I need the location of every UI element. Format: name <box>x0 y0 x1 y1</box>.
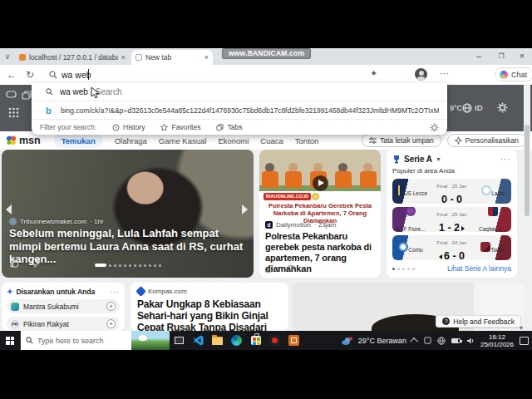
weather-cloud-icon[interactable] <box>341 337 352 345</box>
thumbs-up-icon[interactable] <box>265 265 273 273</box>
thumbs-down-icon[interactable] <box>287 265 294 273</box>
kompas-icon <box>135 286 146 297</box>
article-age: · 23jam <box>314 221 337 229</box>
maximize-button[interactable]: ❐ <box>491 50 511 63</box>
apps-grid-icon[interactable] <box>8 107 19 118</box>
start-button[interactable] <box>0 331 20 350</box>
chat-button[interactable]: Chat <box>495 67 532 81</box>
tray-chevron-up-icon[interactable] <box>410 337 418 346</box>
filter-tabs[interactable]: Tabs <box>216 123 242 131</box>
bandicam-taskbar-item[interactable] <box>284 331 303 350</box>
system-tray: 29°C Berawan 16:12 25/01/2026 <box>341 333 532 348</box>
address-input[interactable]: wa web <box>62 70 91 80</box>
tray-window-icon[interactable] <box>424 337 431 344</box>
search-icon <box>46 88 53 96</box>
refresh-icon[interactable]: ↻ <box>26 69 34 81</box>
tab-search-chevron-icon[interactable]: ∨ <box>2 52 12 62</box>
widget-dots[interactable] <box>392 268 415 270</box>
carousel-prev-icon[interactable] <box>6 204 12 214</box>
match-status: Final · 25 Jan <box>436 212 466 217</box>
header-language[interactable]: ID <box>475 103 483 112</box>
taskbar-weather[interactable]: 29°C Berawan <box>358 337 406 345</box>
tab-localhost[interactable]: localhost / 127.0.0.1 / databasew... × <box>15 50 130 65</box>
more-menu-icon[interactable]: ⋯ <box>440 68 449 79</box>
close-button[interactable]: × <box>512 50 532 63</box>
more-menu-icon[interactable]: ··· <box>500 155 511 164</box>
tab-close-icon[interactable]: × <box>204 53 209 62</box>
nav-item-tonton[interactable]: Tonton <box>295 136 319 145</box>
match-row[interactable]: Como Final · 24 Jan6 - 0 Torino <box>392 235 511 260</box>
nav-item-olahraga[interactable]: Olahraga <box>115 136 147 145</box>
edge-taskbar-item[interactable] <box>227 331 246 350</box>
address-bar: ← ↻ wa web ✦ ⋯ Chat <box>0 65 532 85</box>
taskbar-clock[interactable]: 16:12 25/01/2026 <box>480 333 514 348</box>
widget-title[interactable]: Serie A <box>404 155 432 164</box>
window-icon[interactable] <box>22 91 32 100</box>
match-row[interactable]: ACF Fiore... Final · 25 Jan1 - 2 Cagliar… <box>392 207 511 232</box>
filter-history[interactable]: History <box>112 123 145 131</box>
phpmyadmin-favicon <box>19 54 26 61</box>
pikiran-rakyat-logo: PR <box>11 320 19 328</box>
article-headline[interactable]: Pakar Ungkap 8 Kebiasaan Sehari-hari yan… <box>137 298 282 331</box>
follow-plus-button[interactable]: + <box>106 319 116 328</box>
task-view-button[interactable] <box>170 331 189 350</box>
play-button-icon[interactable] <box>313 175 328 191</box>
nav-item-temukan[interactable]: Temukan <box>54 134 103 148</box>
sparkle-icon[interactable]: ✦ <box>370 68 377 79</box>
vscode-icon <box>193 335 204 346</box>
globe-icon[interactable] <box>462 103 472 113</box>
nav-item-ekonomi[interactable]: Ekonomi <box>218 136 249 145</box>
hero-article-card[interactable]: Tribunnewsmaker.com · 1hr Sebelum mening… <box>2 150 254 278</box>
action-center-icon[interactable] <box>520 337 529 345</box>
more-menu-icon[interactable]: ··· <box>110 288 120 296</box>
see-more-link[interactable]: Lihat Serie A lainnya <box>447 264 511 273</box>
help-feedback-button[interactable]: ? Help and Feedback <box>436 315 521 328</box>
minimize-button[interactable]: – <box>469 50 489 63</box>
source-name: Tribunnewsmaker.com <box>20 218 86 225</box>
carousel-dots[interactable] <box>2 264 254 267</box>
vscode-taskbar-item[interactable] <box>189 331 208 350</box>
chevron-down-icon[interactable]: ▼ <box>436 156 441 162</box>
battery-icon[interactable] <box>451 338 461 343</box>
feed-layout-button[interactable]: Tata letak umpan <box>362 134 441 147</box>
home-team-name: ACF Fiore... <box>396 226 425 232</box>
tab-close-icon[interactable]: × <box>121 53 126 62</box>
history-clock-icon <box>112 124 120 131</box>
personalize-button[interactable]: Personalisasikan <box>447 134 526 147</box>
network-icon[interactable] <box>437 337 446 345</box>
recording-indicator[interactable] <box>265 331 284 350</box>
scrollbar-thumb[interactable] <box>525 125 530 216</box>
reaction-bar: 1 <box>265 265 294 273</box>
speech-bubble-icon[interactable] <box>6 91 17 100</box>
msn-logo[interactable]: msn <box>6 135 41 146</box>
volume-icon[interactable] <box>466 337 475 345</box>
kompas-article-card[interactable]: Kompas.com Pakar Ungkap 8 Kebiasaan Seha… <box>131 283 288 331</box>
suggested-source-item[interactable]: PR Pikiran Rakyat + <box>7 317 120 331</box>
clock-date: 25/01/2026 <box>480 341 514 348</box>
follow-plus-button[interactable]: + <box>106 302 116 311</box>
settings-gear-icon[interactable] <box>497 102 508 113</box>
tab-new-tab[interactable]: New tab × <box>131 50 213 65</box>
video-article-card[interactable]: RIAUONLINE.CO.ID Polresta Pekanbaru Gere… <box>259 150 381 278</box>
filter-favorites[interactable]: Favorites <box>160 123 200 131</box>
bing-icon: b <box>46 106 54 115</box>
taskbar-widget-thumbnail[interactable] <box>131 331 170 350</box>
file-explorer-taskbar-item[interactable] <box>208 331 227 350</box>
source-favicon <box>9 218 17 225</box>
match-row[interactable]: US Lecce Final · 25 Jan0 - 0 Lazio <box>392 179 511 204</box>
taskbar-search[interactable]: Type here to search <box>20 331 131 350</box>
video-preview-card[interactable]: ? Help and Feedback ▾ <box>293 283 525 331</box>
record-icon <box>269 335 280 346</box>
article-headline[interactable]: Sebelum meninggal, Lula Lahfah sempat mi… <box>9 227 252 266</box>
profile-avatar[interactable] <box>415 68 427 81</box>
mouse-cursor <box>91 86 100 99</box>
carousel-next-icon[interactable] <box>242 204 248 214</box>
nav-item-cuaca[interactable]: Cuaca <box>260 136 283 145</box>
back-icon[interactable]: ← <box>7 69 17 81</box>
badge-logo <box>312 193 319 200</box>
suggested-source-item[interactable]: Mantra Sukabumi + <box>7 299 120 313</box>
nav-item-game-kasual[interactable]: Game Kasual <box>159 136 207 145</box>
dropdown-settings-icon[interactable] <box>430 123 439 132</box>
store-taskbar-item[interactable] <box>246 331 265 350</box>
url-suggestion-row[interactable]: b bing.com/ck/a?!&&p=d32613c0e544a85c122… <box>32 101 447 120</box>
